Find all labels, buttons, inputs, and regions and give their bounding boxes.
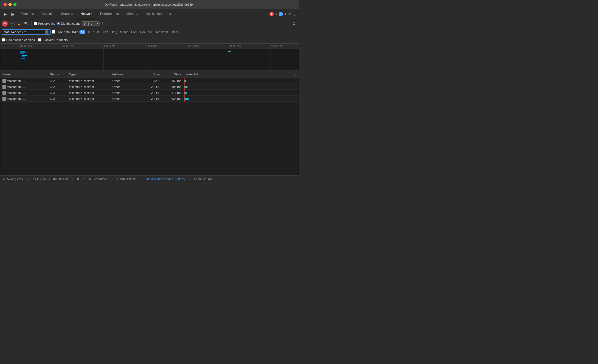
hide-data-urls-checkbox[interactable] — [52, 30, 55, 34]
minimize-button[interactable] — [8, 3, 12, 6]
domcontentloaded-time: DOMContentLoaded: 570 ms — [146, 177, 185, 181]
close-button[interactable] — [4, 3, 7, 6]
hide-data-urls-label[interactable]: Hide data URLs — [52, 30, 78, 34]
throttle-wrapper: Online Fast 3G Slow 3G Offline ▼ — [82, 21, 100, 26]
cell-size-3: 2.0 kB — [140, 91, 162, 94]
col-header-name[interactable]: Name — [0, 73, 48, 76]
filter-doc[interactable]: Doc — [139, 30, 146, 34]
cell-initiator-1: Other — [110, 79, 140, 82]
traffic-lights — [0, 3, 17, 6]
doc-icon: □ — [2, 97, 6, 101]
filter-font[interactable]: Font — [130, 30, 138, 34]
network-table: Name Status Type Initiator Size Time Wat… — [0, 71, 299, 175]
clear-filter-button[interactable]: ✕ — [45, 30, 49, 34]
col-header-initiator[interactable]: Initiator — [110, 73, 140, 76]
cell-time-4: 534 ms — [162, 97, 183, 100]
cell-type-4: text/html / Redirect — [67, 97, 110, 100]
tab-more[interactable]: » — [166, 9, 175, 19]
filter-img[interactable]: Img — [111, 30, 118, 34]
cell-name-2: □ attachment?... — [0, 85, 48, 89]
tab-sources[interactable]: Sources — [57, 9, 77, 19]
window-title: DevTools - bugs.chromium.org/p/chromium/… — [104, 3, 194, 6]
preserve-log-label[interactable]: Preserve log — [34, 22, 56, 25]
filter-xhr[interactable]: XHR — [86, 30, 94, 34]
empty-table-area — [0, 102, 299, 151]
preserve-log-checkbox[interactable] — [34, 22, 37, 25]
cell-initiator-2: Other — [110, 85, 140, 88]
blocked-cookies-checkbox[interactable] — [2, 38, 5, 41]
waterfall-redline — [22, 49, 22, 70]
search-icon[interactable]: 🔍 — [23, 21, 29, 27]
col-header-waterfall[interactable]: Waterfall ▲ — [183, 73, 299, 76]
upload-icon[interactable]: ⇧ — [101, 21, 104, 26]
cursor-icon[interactable]: ▶ — [1, 10, 9, 18]
waterfall-bar-4b — [187, 98, 188, 100]
device-icon[interactable]: ▣ — [9, 10, 17, 18]
tabs-bar: ▶ ▣ Elements Console Sources Network Per… — [0, 9, 299, 19]
cell-initiator-3: Other — [110, 91, 140, 94]
filter-manifest[interactable]: Manifest — [155, 30, 168, 34]
finish-time: Finish: 1.0 min — [117, 177, 136, 181]
wf-redline-1 — [185, 78, 185, 84]
requests-count: 4 / 57 requests — [3, 177, 23, 181]
title-bar: DevTools - bugs.chromium.org/p/chromium/… — [0, 0, 299, 9]
cell-time-1: 350 ms — [162, 79, 183, 82]
tab-elements[interactable]: Elements — [17, 9, 38, 19]
waterfall-bar-3b — [186, 92, 187, 94]
filter-input[interactable] — [4, 30, 44, 34]
cell-time-3: 376 ms — [162, 91, 183, 94]
more-options-icon[interactable]: ⋮ — [293, 12, 297, 16]
table-header: Name Status Type Initiator Size Time Wat… — [0, 71, 299, 78]
record-button[interactable]: ● — [2, 21, 8, 27]
col-header-time[interactable]: Time — [162, 73, 183, 76]
col-header-type[interactable]: Type — [67, 73, 110, 76]
filter-bar: ✕ Hide data URLs All XHR JS CSS Img Medi… — [0, 28, 299, 36]
filter-all-button[interactable]: All — [79, 30, 85, 34]
filter-js[interactable]: JS — [96, 30, 101, 34]
cell-waterfall-2 — [183, 84, 299, 90]
tabs-right: 1 1 1 1 ⚙ ⋮ — [269, 12, 298, 16]
table-row[interactable]: □ attachment?... 302 text/html / Redirec… — [0, 90, 299, 96]
network-settings-icon[interactable]: ⚙ — [291, 20, 297, 27]
cell-size-1: 962 B — [140, 79, 162, 82]
network-toolbar: ● ○ ▲ 🔍 Preserve log Disable cache Onlin… — [0, 19, 299, 28]
table-row[interactable]: □ attachment?... 302 text/html / Redirec… — [0, 84, 299, 90]
disable-cache-checkbox[interactable] — [57, 22, 60, 25]
waterfall-bar-2b — [186, 86, 187, 88]
mini-bar-row2b — [22, 56, 25, 57]
tab-memory[interactable]: Memory — [123, 9, 142, 19]
blocked-requests-checkbox[interactable] — [38, 38, 41, 41]
cell-initiator-4: Other — [110, 97, 140, 100]
col-header-size[interactable]: Size — [140, 73, 162, 76]
wf-redline-3 — [185, 90, 185, 96]
download-icon[interactable]: ⇩ — [105, 21, 108, 26]
col-header-status[interactable]: Status — [48, 73, 67, 76]
filter-input-wrapper: ✕ — [2, 29, 51, 35]
wf-redline-2 — [185, 84, 185, 90]
filter-icon[interactable]: ▲ — [16, 21, 22, 27]
doc-icon: □ — [2, 85, 6, 89]
blocked-requests-label[interactable]: Blocked Requests — [38, 38, 68, 41]
cell-status-2: 302 — [48, 85, 67, 88]
table-row[interactable]: □ attachment?... 302 text/html / Redirec… — [0, 96, 299, 102]
cell-status-3: 302 — [48, 91, 67, 94]
settings-icon[interactable]: ⚙ — [288, 12, 292, 16]
filter-ws[interactable]: WS — [148, 30, 154, 34]
filter-css[interactable]: CSS — [102, 30, 110, 34]
blocked-cookies-label[interactable]: Has blocked cookies — [2, 38, 35, 41]
tab-network[interactable]: Network — [77, 9, 96, 19]
tab-console[interactable]: Console — [38, 9, 57, 19]
doc-icon: □ — [2, 79, 6, 83]
filter-other[interactable]: Other — [170, 30, 179, 34]
waterfall-timeline: 10000 ms 20000 ms 30000 ms 40000 ms 5000… — [0, 44, 299, 71]
maximize-button[interactable] — [13, 3, 17, 6]
stop-button[interactable]: ○ — [9, 21, 15, 27]
tab-application[interactable]: Application — [142, 9, 166, 19]
tab-performance[interactable]: Performance — [96, 9, 123, 19]
disable-cache-label[interactable]: Disable cache — [57, 22, 81, 25]
mini-bar-row3 — [21, 58, 25, 59]
throttle-select[interactable]: Online Fast 3G Slow 3G Offline — [82, 21, 100, 26]
cell-type-2: text/html / Redirect — [67, 85, 110, 88]
filter-media[interactable]: Media — [119, 30, 129, 34]
table-row[interactable]: □ attachment?... 302 text/html / Redirec… — [0, 78, 299, 84]
